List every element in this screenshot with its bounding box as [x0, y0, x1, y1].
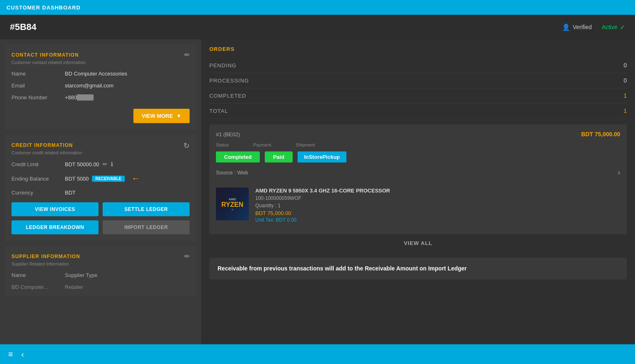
view-more-label: VIEW MORE [142, 113, 173, 119]
supplier-info-card: SUPPLIER INFORMATION ✏ Supplier Related … [5, 246, 196, 297]
supplier-name-label: Name [11, 272, 65, 278]
completed-badge: Completed [216, 151, 260, 163]
ledger-breakdown-button[interactable]: LEDGER BREAKDOWN [11, 220, 99, 234]
order-number: #1 (BE02) [216, 131, 240, 137]
top-bar: CUSTOMER DASHBOARD [0, 0, 635, 15]
right-panel: ORDERS PENDING 0 PROCESSING 0 COMPLETED … [201, 39, 635, 344]
back-icon[interactable]: ‹ [21, 350, 24, 359]
pickup-badge: InStorePickup [298, 151, 346, 163]
pending-value: 0 [624, 62, 627, 69]
processing-label: PROCESSING [209, 78, 249, 84]
supplier-type-label: Supplier Type [65, 272, 118, 278]
product-info: AMD RYZEN 9 5950X 3.4 GHZ 16-CORE PROCES… [255, 188, 620, 223]
app-title: CUSTOMER DASHBOARD [7, 5, 80, 11]
contact-email-row: Email starcom@gmail.com [11, 82, 190, 89]
supplier-data-row: BD Computer... Retailer [11, 284, 190, 290]
order-card: #1 (BE02) BDT 75,000.00 Status Payment S… [209, 124, 627, 234]
contact-info-subtitle: Customer contact related information [11, 60, 190, 65]
shipment-meta-label: Shipment [296, 142, 315, 147]
currency-row: Currency BDT [11, 190, 190, 196]
contact-phone-row: Phone Number +880 [11, 94, 190, 101]
credit-limit-edit-icon[interactable]: ✏ [103, 161, 108, 167]
phone-label: Phone Number [11, 94, 65, 101]
supplier-name-value: BD Computer... [11, 284, 65, 290]
contact-info-title: CONTACT INFORMATION [11, 52, 79, 58]
arrow-left-icon: ← [131, 173, 140, 184]
credit-info-title: CREDIT INFORMATION [11, 142, 73, 148]
credit-limit-row: Credit Limit BDT 50000.00 ✏ ℹ [11, 161, 190, 167]
currency-value: BDT [65, 190, 76, 196]
product-image-inner: AMD RYZEN 9 [216, 188, 249, 220]
import-ledger-button[interactable]: IMPORT LEDGER [103, 220, 190, 234]
active-label: Active [602, 24, 617, 30]
order-card-header: #1 (BE02) BDT 75,000.00 [216, 131, 620, 137]
ending-balance-row: Ending Balance BDT 5000 RECEIVABLE ← [11, 173, 190, 184]
verified-badge: 👤 Verified [562, 23, 592, 31]
product-name: AMD RYZEN 9 5950X 3.4 GHZ 16-CORE PROCES… [255, 188, 620, 194]
info-note-text: Receivable from previous transactions wi… [218, 265, 467, 272]
email-value: starcom@gmail.com [65, 82, 114, 89]
order-amount: BDT 75,000.00 [581, 131, 620, 137]
paid-badge: Paid [265, 151, 292, 163]
view-invoices-button[interactable]: VIEW INVOICES [11, 202, 99, 216]
name-value: BD Computer Accessories [65, 71, 127, 77]
product-item: AMD RYZEN 9 AMD RYZEN 9 5950X 3.4 GHZ 16… [216, 183, 620, 228]
hamburger-icon[interactable]: ≡ [8, 350, 13, 359]
credit-refresh-icon[interactable]: ↻ [183, 141, 190, 150]
chevron-down-icon: ▼ [176, 113, 181, 119]
supplier-edit-icon[interactable]: ✏ [184, 252, 190, 260]
currency-label: Currency [11, 190, 65, 196]
phone-number-blur [77, 94, 94, 101]
left-panel: CONTACT INFORMATION ✏ Customer contact r… [0, 39, 201, 344]
source-label: Source : Web [216, 169, 248, 176]
verified-label: Verified [573, 24, 592, 30]
total-row: TOTAL 1 [209, 103, 627, 119]
ending-balance-value: BDT 5000 RECEIVABLE ← [65, 173, 140, 184]
main-content: CONTACT INFORMATION ✏ Customer contact r… [0, 39, 635, 344]
contact-edit-icon[interactable]: ✏ [184, 51, 190, 59]
email-label: Email [11, 82, 65, 89]
bottom-bar: ≡ ‹ [0, 344, 635, 364]
credit-action-buttons: VIEW INVOICES SETTLE LEDGER LEDGER BREAK… [11, 202, 190, 234]
contact-info-card: CONTACT INFORMATION ✏ Customer contact r… [5, 44, 196, 130]
credit-limit-value: BDT 50000.00 ✏ ℹ [65, 161, 113, 167]
supplier-name-row: Name Supplier Type [11, 272, 190, 278]
product-price: BDT 75,000.00 [255, 210, 620, 216]
active-badge: Active ✓ [602, 23, 625, 31]
total-label: TOTAL [209, 108, 228, 114]
header-status: 👤 Verified Active ✓ [562, 23, 625, 31]
order-meta: Status Payment Shipment [216, 142, 620, 147]
credit-limit-label: Credit Limit [11, 161, 65, 167]
pending-label: PENDING [209, 62, 236, 69]
view-more-button[interactable]: VIEW MORE ▼ [133, 109, 190, 123]
processing-row: PROCESSING 0 [209, 73, 627, 88]
orders-title: ORDERS [209, 46, 627, 52]
sub-header: #5B84 👤 Verified Active ✓ [0, 15, 635, 39]
pending-row: PENDING 0 [209, 58, 627, 73]
status-badges: Completed Paid InStorePickup [216, 151, 620, 163]
product-tax: Unit Tax: BDT 0.00 [255, 217, 620, 223]
completed-label: COMPLETED [209, 93, 246, 99]
contact-name-row: Name BD Computer Accessories [11, 71, 190, 77]
product-sku: 100-100000059WOF [255, 195, 620, 201]
receivable-badge: RECEIVABLE [92, 176, 125, 182]
payment-meta-label: Payment [253, 142, 271, 147]
checkmark-icon: ✓ [620, 23, 625, 31]
ending-balance-label: Ending Balance [11, 176, 65, 182]
credit-limit-info-icon[interactable]: ℹ [111, 161, 113, 167]
chevron-right-icon[interactable]: › [618, 168, 620, 177]
info-note: Receivable from previous transactions wi… [209, 258, 627, 279]
view-all-button[interactable]: VIEW ALL [209, 234, 627, 252]
supplier-info-subtitle: Supplier Related Information [11, 261, 190, 266]
credit-info-subtitle: Customer credit related information [11, 150, 190, 155]
verified-icon: 👤 [562, 23, 570, 31]
ryzen-logo: AMD RYZEN 9 [221, 197, 243, 211]
supplier-type-value: Retailer [65, 284, 83, 290]
product-qty: Quantity : 1 [255, 203, 620, 208]
processing-value: 0 [624, 77, 627, 84]
total-value: 1 [624, 108, 627, 114]
settle-ledger-button[interactable]: SETTLE LEDGER [103, 202, 190, 216]
completed-row: COMPLETED 1 [209, 88, 627, 103]
status-meta-label: Status [216, 142, 229, 147]
name-label: Name [11, 71, 65, 77]
